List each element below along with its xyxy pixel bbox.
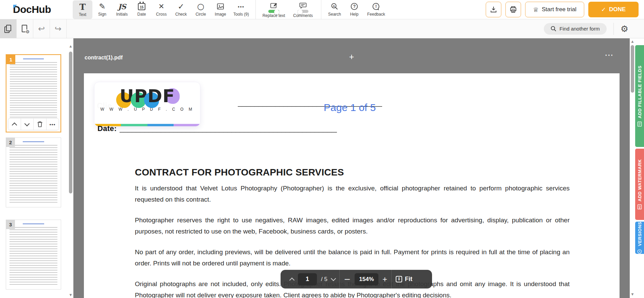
page-number-badge: 2 <box>6 138 15 147</box>
scrollbar-thumb[interactable] <box>631 45 634 93</box>
trash-icon <box>37 121 43 127</box>
tab-label: ADD FILLABLE FIELDS <box>637 66 642 118</box>
delete-page-button[interactable] <box>34 118 47 130</box>
dochub-logo[interactable]: DocHub <box>13 4 51 15</box>
tab-label: VERSIONS <box>637 222 642 246</box>
search-icon: A <box>330 2 339 11</box>
document-viewport: contract(1).pdf + ⋯ Clie U P D F W W W .… <box>73 38 630 298</box>
page-thumbnail-2[interactable]: 2 <box>6 137 61 207</box>
start-free-trial-button[interactable]: ♕ Start free trial <box>525 2 584 17</box>
done-label: DONE <box>609 6 626 13</box>
right-tab-strip: ADD FILLABLE FIELDS ADD WATERMARK A VERS… <box>635 38 644 298</box>
page-number-badge: 1 <box>6 55 15 64</box>
pdf-page-1[interactable]: Clie U P D F W W W . U P D F . C O M ___… <box>84 73 620 298</box>
tool-image[interactable]: Image <box>211 0 230 19</box>
tool-text[interactable]: T Text <box>73 0 92 19</box>
page-settings-button[interactable]: ⚙ <box>17 19 33 38</box>
scroll-down-icon[interactable]: ▼ <box>630 293 635 296</box>
tool-label: Search <box>328 12 341 17</box>
toolbar-divider <box>321 0 321 19</box>
updf-watermark: U P D F W W W . U P D F . C O M <box>94 82 200 127</box>
tool-more-tools[interactable]: ••• Tools (9) <box>230 0 252 19</box>
move-page-down-button[interactable] <box>21 118 34 130</box>
mini-text-lines <box>10 145 57 204</box>
tool-sign[interactable]: ✎ Sign <box>92 0 112 19</box>
versions-tab[interactable]: VERSIONS <box>635 222 644 254</box>
tool-initials[interactable]: JS Initials <box>112 0 132 19</box>
tool-group: T Text ✎ Sign JS Initials 15 Date ✕ Cros… <box>73 0 252 19</box>
thumbnail-scrollbar[interactable]: ▲ ▼ <box>68 38 73 298</box>
zoom-group: − 154% + <box>340 270 391 288</box>
redo-icon: ↪ <box>55 24 61 34</box>
document-scrollbar[interactable]: ▲ ▼ <box>630 38 635 298</box>
comments-toggle[interactable] <box>298 10 308 13</box>
cross-icon: ✕ <box>158 2 164 11</box>
next-page-button[interactable] <box>332 277 335 282</box>
tool-date[interactable]: 15 Date <box>132 0 151 19</box>
move-page-up-button[interactable] <box>8 118 21 130</box>
tool-label: Help <box>350 12 359 17</box>
tool-label: Feedback <box>367 12 385 17</box>
add-page-button[interactable]: + <box>349 53 354 61</box>
scroll-down-icon[interactable]: ▼ <box>68 293 73 297</box>
tool-search[interactable]: A Search <box>325 0 344 19</box>
tool-label: Circle <box>196 12 206 17</box>
page-thumbnail-3[interactable]: 3 <box>6 220 61 290</box>
dochub-app: DocHub T Text ✎ Sign JS Initials 15 Date <box>0 0 644 298</box>
page-indicator-text: Page 1 of 5 <box>324 102 376 113</box>
current-page-input[interactable] <box>298 273 317 285</box>
add-watermark-tab[interactable]: ADD WATERMARK A <box>635 149 644 220</box>
page-thumbnails-button[interactable] <box>0 19 17 38</box>
scroll-up-icon[interactable]: ▲ <box>630 40 635 43</box>
redo-button[interactable]: ↪ <box>50 19 67 38</box>
settings-gear-icon[interactable]: ⚙ <box>621 24 628 33</box>
zoom-out-button[interactable]: − <box>344 275 351 283</box>
tool-cross[interactable]: ✕ Cross <box>151 0 171 19</box>
fit-label: Fit <box>405 276 412 283</box>
add-fillable-fields-tab[interactable]: ADD FILLABLE FIELDS <box>635 45 644 147</box>
print-button[interactable] <box>505 2 521 17</box>
tool-circle[interactable]: ○ Circle <box>191 0 211 19</box>
zoom-in-button[interactable]: + <box>382 275 387 283</box>
pages-icon <box>4 25 12 33</box>
tool-comments[interactable]: Comments <box>288 0 318 19</box>
done-button[interactable]: ✓ DONE <box>588 2 639 17</box>
svg-text:A: A <box>333 4 335 8</box>
scrollbar-thumb[interactable] <box>69 52 72 193</box>
date-field-row: Date: __________________________________… <box>97 124 337 135</box>
page-preview <box>10 140 57 204</box>
download-button[interactable] <box>486 2 501 17</box>
svg-text:!: ! <box>375 4 377 9</box>
page-more-options-button[interactable]: ••• <box>47 118 59 130</box>
find-another-form-button[interactable]: Find another form <box>544 23 606 35</box>
previous-page-button[interactable] <box>290 277 294 282</box>
page-thumbnail-1[interactable]: 1 ••• <box>6 54 61 132</box>
check-icon: ✓ <box>178 2 184 11</box>
tool-check[interactable]: ✓ Check <box>171 0 191 19</box>
logo-fold-icon <box>13 5 17 8</box>
replace-text-toggle[interactable] <box>268 10 279 13</box>
fillable-fields-icon <box>637 122 642 127</box>
contract-paragraph: No part of any order, including previews… <box>135 246 570 269</box>
sign-pen-icon: ✎ <box>99 2 105 11</box>
contract-heading: CONTRACT FOR PHOTOGRAPHIC SERVICES <box>135 167 344 178</box>
tool-replace-text[interactable]: Replace text <box>259 0 288 19</box>
page-navigation-bar: / 5 − 154% + ↕ Fit <box>281 270 432 288</box>
mini-page-header <box>23 223 44 224</box>
tool-label: Cross <box>156 12 166 17</box>
scroll-up-icon[interactable]: ▲ <box>68 44 73 48</box>
page-preview <box>10 57 57 128</box>
clock-icon <box>637 249 642 254</box>
tool-help[interactable]: ? Help <box>344 0 364 19</box>
start-free-trial-label: Start free trial <box>542 6 576 13</box>
help-icon: ? <box>350 2 358 11</box>
tool-label: Initials <box>116 12 128 17</box>
undo-button[interactable]: ↩ <box>33 19 50 38</box>
comments-icon <box>299 2 307 9</box>
document-more-options-button[interactable]: ⋯ <box>605 51 614 59</box>
tool-label: Date <box>137 12 146 17</box>
tool-feedback[interactable]: ! Feedback <box>364 0 388 19</box>
undo-icon: ↩ <box>38 24 45 34</box>
find-another-form-label: Find another form <box>559 26 600 32</box>
fit-page-button[interactable]: ↕ Fit <box>396 276 412 283</box>
